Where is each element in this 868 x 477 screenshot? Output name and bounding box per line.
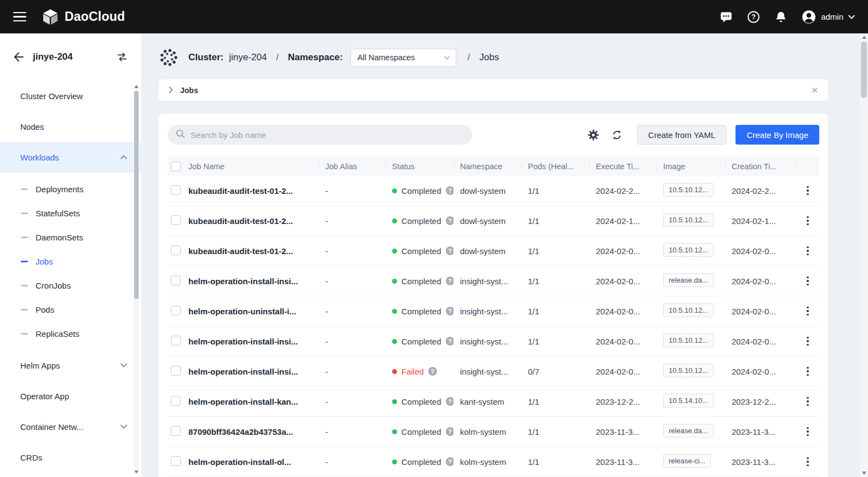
- job-name-link[interactable]: kubeaudit-audit-test-01-2...: [187, 246, 319, 256]
- back-icon[interactable]: [13, 51, 24, 62]
- sidebar-item-deployments[interactable]: Deployments: [0, 177, 141, 201]
- row-checkbox[interactable]: [171, 275, 181, 285]
- sidebar-item-cluster-overview[interactable]: Cluster Overview: [0, 81, 141, 111]
- status-help-icon[interactable]: ?: [428, 367, 437, 376]
- column-header-execute-time[interactable]: Execute Ti...: [589, 157, 657, 176]
- status-help-icon[interactable]: ?: [446, 216, 453, 225]
- close-icon[interactable]: ✕: [811, 85, 818, 95]
- job-name-link[interactable]: helm-operation-uninstall-i...: [187, 307, 319, 316]
- create-from-yaml-button[interactable]: Create from YAML: [637, 125, 727, 145]
- row-actions-button[interactable]: [804, 273, 811, 289]
- column-header-namespace[interactable]: Namespace: [453, 157, 521, 176]
- row-checkbox[interactable]: [171, 306, 181, 315]
- row-checkbox[interactable]: [171, 215, 181, 225]
- sidebar-item-container-network[interactable]: Container Netw...: [0, 411, 141, 442]
- job-name-link[interactable]: kubeaudit-audit-test-01-2...: [187, 186, 319, 196]
- create-by-image-button[interactable]: Create By Image: [735, 125, 819, 145]
- row-actions-button[interactable]: [804, 394, 811, 409]
- window-scrollbar[interactable]: [860, 33, 868, 477]
- status-help-icon[interactable]: ?: [446, 397, 453, 406]
- status-help-icon[interactable]: ?: [446, 307, 453, 315]
- sidebar-scrollbar-thumb[interactable]: [134, 91, 139, 299]
- row-checkbox[interactable]: [171, 336, 181, 346]
- sidebar-item-nodes[interactable]: Nodes: [0, 111, 141, 142]
- row-actions-button[interactable]: [804, 183, 811, 198]
- table-row: helm-operation-install-insi... - Failed …: [168, 357, 819, 387]
- window-scrollbar-thumb[interactable]: [861, 42, 867, 98]
- panel-chevron-icon[interactable]: [169, 85, 173, 95]
- messages-icon[interactable]: [720, 10, 733, 24]
- row-actions-button[interactable]: [804, 213, 811, 228]
- execute-time-cell: 2023-12-2...: [589, 397, 657, 406]
- column-header-pods[interactable]: Pods (Heal...: [521, 157, 589, 176]
- column-header-status[interactable]: Status: [386, 157, 453, 176]
- sidebar-item-statefulsets[interactable]: StatefulSets: [0, 201, 141, 225]
- table-row: helm-operation-uninstall-i... - Complete…: [168, 296, 819, 326]
- job-name-link[interactable]: helm-operation-install-ol...: [187, 457, 319, 467]
- sidebar-item-pods[interactable]: Pods: [0, 297, 141, 321]
- status-help-icon[interactable]: ?: [446, 246, 453, 255]
- row-checkbox[interactable]: [171, 426, 181, 436]
- scroll-down-icon[interactable]: [862, 472, 866, 475]
- sidebar-item-daemonsets[interactable]: DaemonSets: [0, 225, 141, 249]
- row-actions-button[interactable]: [804, 364, 811, 379]
- scroll-down-icon[interactable]: [134, 470, 139, 474]
- namespace-cell: insight-syst...: [453, 277, 521, 286]
- pods-cell: 1/1: [521, 397, 589, 406]
- column-header-actions: [796, 157, 819, 176]
- row-actions-button[interactable]: [804, 334, 811, 349]
- namespace-cell: kant-system: [453, 397, 521, 406]
- status-help-icon[interactable]: ?: [446, 277, 453, 285]
- sidebar-item-replicasets[interactable]: ReplicaSets: [0, 321, 141, 346]
- menu-icon[interactable]: [13, 12, 26, 22]
- row-actions-button[interactable]: [804, 424, 811, 439]
- sidebar-scrollbar[interactable]: [134, 85, 139, 474]
- row-actions-button[interactable]: [804, 454, 811, 469]
- row-checkbox[interactable]: [171, 456, 181, 466]
- scroll-up-icon[interactable]: [862, 36, 866, 39]
- status-help-icon[interactable]: ?: [446, 427, 453, 436]
- cluster-switch-icon[interactable]: [116, 51, 128, 63]
- status-dot: [392, 339, 397, 344]
- sidebar-item-cronjobs[interactable]: CronJobs: [0, 273, 141, 297]
- row-actions-button[interactable]: [804, 303, 811, 319]
- row-checkbox[interactable]: [171, 396, 181, 406]
- row-actions-button[interactable]: [804, 243, 811, 258]
- job-name-link[interactable]: kubeaudit-audit-test-01-2...: [187, 216, 319, 226]
- status-text: Completed: [401, 246, 441, 256]
- sidebar-item-crds[interactable]: CRDs: [0, 442, 141, 473]
- cluster-value[interactable]: jinye-204: [229, 52, 267, 63]
- sidebar-item-jobs[interactable]: Jobs: [0, 249, 141, 273]
- sidebar-item-helm-apps[interactable]: Helm Apps: [0, 350, 141, 381]
- row-checkbox[interactable]: [171, 366, 181, 376]
- user-menu[interactable]: admin: [802, 10, 855, 24]
- job-name-link[interactable]: 87090bff36424a2b43753a...: [187, 427, 319, 436]
- notifications-icon[interactable]: [774, 10, 787, 24]
- sidebar-item-workloads[interactable]: Workloads: [0, 142, 141, 173]
- sidebar-item-operator-app[interactable]: Operator App: [0, 381, 141, 411]
- workloads-submenu: Deployments StatefulSets DaemonSets Jobs…: [0, 173, 141, 350]
- panel-tab-label[interactable]: Jobs: [180, 86, 198, 95]
- row-checkbox[interactable]: [171, 245, 181, 255]
- scroll-up-icon[interactable]: [134, 85, 139, 88]
- namespace-select[interactable]: All Namespaces: [350, 49, 456, 67]
- pods-cell: 1/1: [521, 427, 589, 436]
- search-input[interactable]: [191, 130, 464, 140]
- job-name-link[interactable]: helm-operation-install-insi...: [187, 337, 319, 346]
- select-all-checkbox[interactable]: [171, 162, 181, 171]
- help-icon[interactable]: ?: [747, 10, 760, 24]
- column-header-job-alias[interactable]: Job Alias: [319, 157, 386, 176]
- job-name-link[interactable]: helm-operation-install-kan...: [187, 397, 319, 406]
- job-name-link[interactable]: helm-operation-install-insi...: [187, 277, 319, 286]
- row-checkbox[interactable]: [171, 185, 181, 195]
- refresh-icon[interactable]: [611, 129, 623, 141]
- column-header-creation-time[interactable]: Creation Ti...: [725, 157, 796, 176]
- status-help-icon[interactable]: ?: [446, 457, 453, 466]
- column-header-image[interactable]: Image: [657, 157, 725, 176]
- status-help-icon[interactable]: ?: [446, 186, 453, 195]
- status-help-icon[interactable]: ?: [446, 337, 453, 346]
- column-header-job-name[interactable]: Job Name: [187, 157, 319, 176]
- page-title: Jobs: [479, 52, 499, 63]
- settings-icon[interactable]: [588, 129, 599, 141]
- job-name-link[interactable]: helm-operation-install-insi...: [187, 367, 319, 376]
